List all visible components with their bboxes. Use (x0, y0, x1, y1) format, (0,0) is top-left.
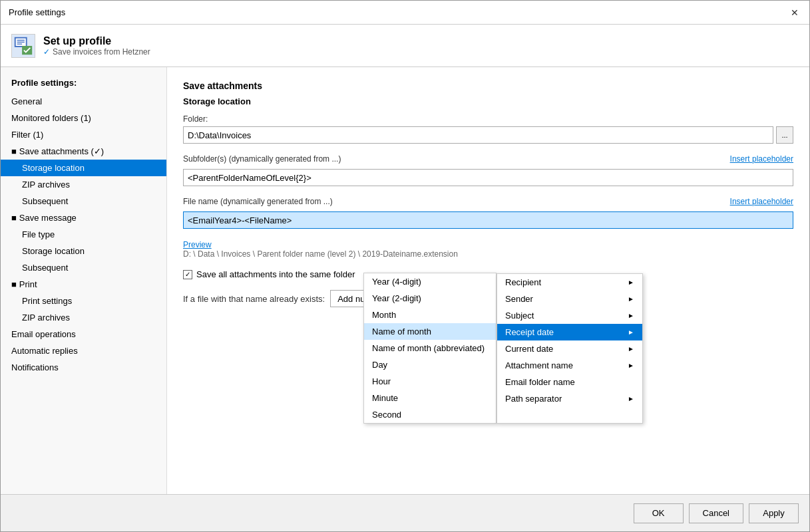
filename-input[interactable] (183, 211, 793, 229)
main-content: Profile settings: General Monitored fold… (1, 67, 809, 494)
header-title-group: Set up profile ✓ Save invoices from Hetz… (43, 35, 150, 57)
preview-text: D: \ Data \ Invoices \ Parent folder nam… (183, 249, 793, 259)
folder-field-row: ... (183, 126, 793, 144)
submenu-item-year-4digit[interactable]: Year (4-digit) (364, 273, 496, 290)
bottom-bar: OK Cancel Apply (1, 494, 809, 531)
submenu-item-minute[interactable]: Minute (364, 390, 496, 406)
header-title: Set up profile (43, 35, 150, 47)
subfolders-label: Subfolder(s) (dynamically generated from… (183, 154, 341, 164)
header-section: Set up profile ✓ Save invoices from Hetz… (1, 25, 809, 67)
sidebar-group-print[interactable]: ■ Print (1, 276, 166, 293)
filename-label-row: File name (dynamically generated from ..… (183, 197, 793, 209)
right-panel: Save attachments Storage location Folder… (167, 67, 809, 494)
sidebar-item-zip-archives[interactable]: ZIP archives (1, 176, 166, 193)
chevron-receipt-date: ► (628, 329, 634, 336)
sidebar-item-email-operations[interactable]: Email operations (1, 326, 166, 342)
folder-input[interactable] (183, 126, 773, 144)
title-bar-left: Profile settings (9, 7, 65, 17)
insert-placeholder-link-2[interactable]: Insert placeholder (730, 197, 793, 206)
subfolder-label-row: Subfolder(s) (dynamically generated from… (183, 154, 793, 166)
header-icon (11, 34, 35, 58)
sidebar-item-subsequent-2[interactable]: Subsequent (1, 259, 166, 276)
same-folder-checkbox[interactable]: ✓ (183, 270, 192, 279)
submenu-receipt-date: Year (4-digit) Year (2-digit) Month Name… (363, 273, 497, 424)
apply-button[interactable]: Apply (749, 503, 799, 523)
sidebar-item-notifications[interactable]: Notifications (1, 359, 166, 376)
section-title: Save attachments (183, 80, 793, 91)
sidebar-heading: Profile settings: (1, 72, 166, 93)
chevron-recipient: ► (628, 279, 634, 286)
sidebar-item-general[interactable]: General (1, 93, 166, 110)
sidebar-item-subsequent[interactable]: Subsequent (1, 193, 166, 209)
close-button[interactable]: ✕ (788, 6, 801, 19)
menu-item-recipient[interactable]: Recipient ► (497, 274, 642, 291)
insert-placeholder-link-1[interactable]: Insert placeholder (730, 154, 793, 164)
cancel-button[interactable]: Cancel (689, 503, 743, 523)
ok-button[interactable]: OK (634, 503, 684, 523)
preview-section: Preview D: \ Data \ Invoices \ Parent fo… (183, 239, 793, 259)
folder-field-group: Folder: ... (183, 114, 793, 144)
sidebar-group-save-attachments[interactable]: ■ Save attachments (✓) (1, 143, 166, 160)
subsection-title: Storage location (183, 96, 793, 106)
filename-label: File name (dynamically generated from ..… (183, 197, 333, 206)
context-menu-container: Year (4-digit) Year (2-digit) Month Name… (363, 273, 643, 424)
group-icon-save-message: ■ (11, 213, 17, 223)
folder-label: Folder: (183, 114, 793, 124)
submenu-item-hour[interactable]: Hour (364, 373, 496, 390)
menu-item-path-separator[interactable]: Path separator ► (497, 390, 642, 407)
browse-button[interactable]: ... (776, 126, 793, 144)
submenu-item-year-2digit[interactable]: Year (2-digit) (364, 290, 496, 307)
sidebar: Profile settings: General Monitored fold… (1, 67, 167, 494)
submenu-item-month[interactable]: Month (364, 307, 496, 323)
header-subtitle: ✓ Save invoices from Hetzner (43, 47, 150, 57)
preview-link[interactable]: Preview (183, 240, 212, 249)
dialog-title: Profile settings (9, 7, 65, 17)
sidebar-item-automatic-replies[interactable]: Automatic replies (1, 342, 166, 359)
filename-field-group: File name (dynamically generated from ..… (183, 197, 793, 229)
menu-item-email-folder-name[interactable]: Email folder name (497, 374, 642, 390)
group-icon-save-attachments: ■ (11, 146, 17, 156)
sidebar-item-storage-location[interactable]: Storage location (1, 160, 166, 176)
menu-item-subject[interactable]: Subject ► (497, 307, 642, 324)
sidebar-item-print-settings[interactable]: Print settings (1, 293, 166, 309)
menu-item-current-date[interactable]: Current date ► (497, 340, 642, 357)
submenu-item-day[interactable]: Day (364, 356, 496, 373)
sidebar-item-monitored-folders[interactable]: Monitored folders (1) (1, 110, 166, 126)
chevron-subject: ► (628, 312, 634, 319)
sidebar-group-save-message[interactable]: ■ Save message (1, 209, 166, 226)
submenu-item-name-of-month-abbr[interactable]: Name of month (abbreviated) (364, 340, 496, 356)
sidebar-item-file-type[interactable]: File type (1, 226, 166, 243)
submenu-item-second[interactable]: Second (364, 406, 496, 423)
menu-item-receipt-date[interactable]: Receipt date ► (497, 324, 642, 340)
group-icon-print: ■ (11, 279, 17, 289)
dialog-container: Profile settings ✕ Set up profile ✓ Save… (0, 0, 810, 532)
sidebar-item-save-attachments-label: Save attachments (✓) (19, 146, 104, 156)
chevron-sender: ► (628, 295, 634, 303)
chevron-current-date: ► (628, 345, 634, 352)
sidebar-item-print-label: Print (19, 279, 37, 289)
if-exists-label: If a file with that name already exists: (183, 294, 325, 304)
subfolder-input[interactable] (183, 169, 793, 186)
header-subtitle-text: Save invoices from Hetzner (53, 47, 150, 57)
chevron-attachment-name: ► (628, 362, 634, 369)
sidebar-item-zip-archives-2[interactable]: ZIP archives (1, 309, 166, 326)
sidebar-item-save-message-label: Save message (19, 213, 77, 223)
menu-item-sender[interactable]: Sender ► (497, 291, 642, 307)
profile-setup-icon (12, 34, 35, 58)
subfolder-field-group: Subfolder(s) (dynamically generated from… (183, 154, 793, 186)
submenu-item-name-of-month[interactable]: Name of month (364, 323, 496, 340)
same-folder-label: Save all attachments into the same folde… (196, 269, 355, 279)
context-menu-main: Recipient ► Sender ► Subject ► Receipt d… (497, 273, 643, 424)
title-bar: Profile settings ✕ (1, 1, 809, 25)
chevron-path-separator: ► (628, 395, 634, 402)
sidebar-item-filter[interactable]: Filter (1) (1, 126, 166, 143)
menu-item-attachment-name[interactable]: Attachment name ► (497, 357, 642, 374)
sidebar-item-storage-location-2[interactable]: Storage location (1, 243, 166, 259)
